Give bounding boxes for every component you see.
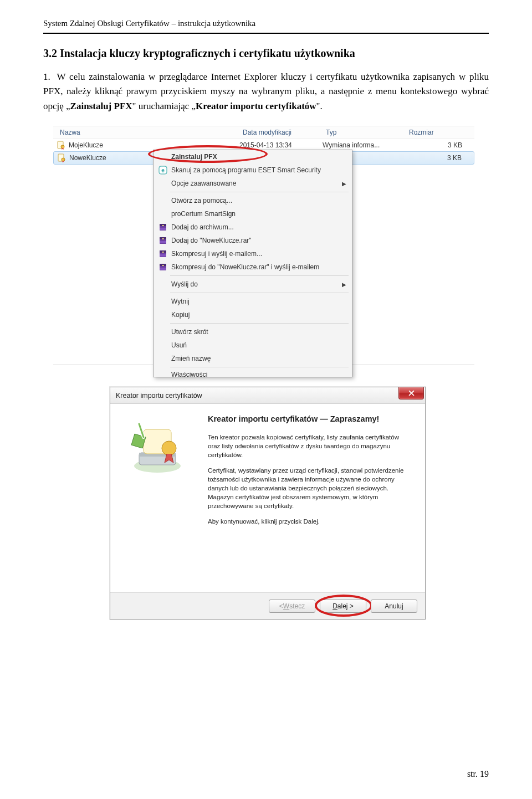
dialog-title: Kreator importu certyfikatów bbox=[116, 392, 202, 400]
svg-rect-21 bbox=[162, 265, 164, 266]
submenu-arrow-icon: ▶ bbox=[342, 281, 346, 288]
context-menu-label: Wytnij bbox=[169, 298, 346, 305]
context-menu-item[interactable]: Kopiuj bbox=[154, 308, 352, 321]
list-number: 1. bbox=[43, 70, 53, 84]
svg-rect-9 bbox=[162, 225, 164, 226]
col-type[interactable]: Typ bbox=[326, 129, 409, 136]
blank-icon bbox=[157, 371, 169, 377]
svg-rect-17 bbox=[162, 252, 164, 253]
rar-icon bbox=[157, 249, 169, 258]
file-name: MojeKlucze bbox=[69, 141, 103, 149]
context-menu-item[interactable]: Utwórz skrót bbox=[154, 325, 352, 339]
context-menu-label: Kopiuj bbox=[169, 311, 346, 319]
svg-rect-20 bbox=[160, 268, 166, 270]
wizard-side-panel bbox=[110, 404, 204, 592]
context-menu-label: Skompresuj do "NoweKlucze.rar" i wyślij … bbox=[169, 263, 346, 271]
context-menu-item[interactable]: Właściwości bbox=[154, 369, 352, 377]
wizard-icon bbox=[127, 416, 188, 477]
certificate-icon bbox=[57, 153, 66, 162]
blank-icon bbox=[157, 297, 169, 306]
blank-icon bbox=[157, 196, 169, 205]
back-button[interactable]: < Wstecz bbox=[269, 600, 315, 613]
context-menu-item[interactable]: Usuń bbox=[154, 339, 352, 352]
context-menu-label: Dodaj do "NoweKlucze.rar" bbox=[169, 237, 346, 244]
instruction-paragraph: 1. W celu zainstalowania w przeglądarce … bbox=[43, 70, 489, 114]
para-bold-2: Kreator importu certyfikatów bbox=[196, 101, 316, 111]
context-menu-item[interactable]: Zmień nazwę bbox=[154, 352, 352, 365]
file-size: 3 KB bbox=[406, 154, 470, 162]
col-size[interactable]: Rozmiar bbox=[409, 129, 470, 136]
blank-icon bbox=[157, 152, 169, 161]
next-button[interactable]: Dalej > bbox=[320, 600, 366, 613]
context-menu-item[interactable]: Wyślij do▶ bbox=[154, 278, 352, 291]
dialog-footer: < Wstecz Dalej > Anuluj bbox=[110, 592, 425, 619]
wizard-paragraph-2: Certyfikat, wystawiany przez urząd certy… bbox=[208, 466, 413, 510]
context-menu-separator bbox=[170, 275, 349, 276]
context-menu-label: Otwórz za pomocą... bbox=[169, 197, 346, 204]
para-text-2: " uruchamiając „ bbox=[132, 101, 196, 111]
context-menu: Zainstaluj PFXeSkanuj za pomocą programu… bbox=[153, 150, 352, 377]
svg-rect-16 bbox=[160, 254, 166, 257]
file-size: 3 KB bbox=[406, 141, 471, 149]
blank-icon bbox=[157, 209, 169, 218]
close-icon bbox=[408, 390, 415, 396]
close-button[interactable] bbox=[398, 387, 424, 400]
blank-icon bbox=[157, 341, 169, 350]
context-menu-separator bbox=[170, 367, 349, 367]
context-menu-item[interactable]: Zainstaluj PFX bbox=[154, 150, 352, 163]
context-menu-separator bbox=[170, 293, 349, 293]
svg-rect-12 bbox=[160, 241, 166, 243]
header-rule bbox=[43, 33, 489, 34]
certificate-icon bbox=[57, 141, 65, 150]
context-menu-label: Zmień nazwę bbox=[169, 355, 346, 362]
para-text-3: ". bbox=[316, 101, 323, 111]
rar-icon bbox=[157, 263, 169, 272]
context-menu-item[interactable]: Dodaj do "NoweKlucze.rar" bbox=[154, 234, 352, 247]
cancel-button[interactable]: Anuluj bbox=[371, 600, 417, 613]
eset-icon: e bbox=[157, 166, 169, 175]
blank-icon bbox=[157, 280, 169, 289]
explorer-column-headers: Nazwa Data modyfikacji Typ Rozmiar bbox=[53, 126, 474, 139]
context-menu-label: Usuń bbox=[169, 341, 346, 349]
wizard-paragraph-1: Ten kreator pozwala kopiować certyfikaty… bbox=[208, 433, 413, 459]
back-prefix: < bbox=[279, 602, 283, 610]
dialog-titlebar[interactable]: Kreator importu certyfikatów bbox=[110, 387, 425, 404]
wizard-paragraph-3: Aby kontynuować, kliknij przycisk Dalej. bbox=[208, 517, 413, 526]
context-menu-item[interactable]: Wytnij bbox=[154, 295, 352, 308]
col-date[interactable]: Data modyfikacji bbox=[243, 129, 326, 136]
context-menu-item[interactable]: proCertum SmartSign bbox=[154, 207, 352, 221]
figure-explorer-contextmenu: Nazwa Data modyfikacji Typ Rozmiar MojeK… bbox=[53, 126, 474, 365]
context-menu-label: Skompresuj i wyślij e-mailem... bbox=[169, 250, 346, 258]
blank-icon bbox=[157, 327, 169, 336]
context-menu-label: Skanuj za pomocą programu ESET Smart Sec… bbox=[169, 166, 346, 174]
rar-icon bbox=[157, 236, 169, 245]
blank-icon bbox=[157, 310, 169, 319]
context-menu-separator bbox=[170, 192, 349, 192]
wizard-heading: Kreator importu certyfikatów — Zapraszam… bbox=[208, 414, 413, 425]
context-menu-label: Utwórz skrót bbox=[169, 328, 346, 336]
context-menu-item[interactable]: Otwórz za pomocą... bbox=[154, 194, 352, 207]
context-menu-label: Opcje zaawansowane bbox=[169, 180, 342, 187]
back-underline: W bbox=[283, 602, 289, 610]
context-menu-label: Właściwości bbox=[169, 371, 346, 377]
rar-icon bbox=[157, 223, 169, 232]
page-number: str. 19 bbox=[467, 769, 489, 779]
svg-rect-8 bbox=[160, 228, 166, 230]
file-type: Wymiana informa... bbox=[323, 141, 406, 149]
context-menu-item[interactable]: eSkanuj za pomocą programu ESET Smart Se… bbox=[154, 163, 352, 177]
context-menu-label: proCertum SmartSign bbox=[169, 210, 346, 218]
svg-point-27 bbox=[162, 441, 176, 455]
context-menu-item[interactable]: Opcje zaawansowane▶ bbox=[154, 177, 352, 190]
context-menu-label: Wyślij do bbox=[169, 280, 342, 288]
file-date: 2015-04-13 13:34 bbox=[239, 141, 323, 149]
context-menu-item[interactable]: Skompresuj do "NoweKlucze.rar" i wyślij … bbox=[154, 260, 352, 274]
context-menu-item[interactable]: Dodaj do archiwum... bbox=[154, 221, 352, 234]
next-rest: alej > bbox=[337, 602, 354, 610]
context-menu-item[interactable]: Skompresuj i wyślij e-mailem... bbox=[154, 247, 352, 260]
back-rest: stecz bbox=[289, 602, 305, 610]
blank-icon bbox=[157, 179, 169, 188]
submenu-arrow-icon: ▶ bbox=[342, 181, 346, 187]
para-bold-1: Zainstaluj PFX bbox=[70, 101, 132, 111]
svg-text:e: e bbox=[161, 167, 165, 173]
col-name[interactable]: Nazwa bbox=[60, 129, 243, 136]
